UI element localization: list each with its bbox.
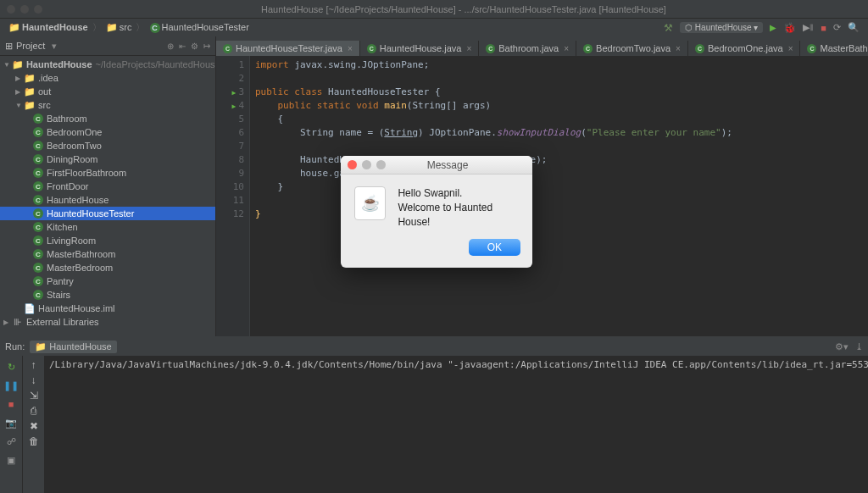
tree-class[interactable]: CHauntedHouse xyxy=(0,193,215,207)
tree-class[interactable]: CDiningRoom xyxy=(0,152,215,166)
project-sidebar: ⊞ Project ▾ ⊕ ⇤ ⚙ ↦ ▼📁HauntedHouse~/Idea… xyxy=(0,36,216,336)
run-label: Run: xyxy=(5,341,25,352)
tree-folder[interactable]: ▶📁.idea xyxy=(0,71,215,85)
code-editor[interactable]: 12 ▶3 ▶4 56789101112 import javax.swing.… xyxy=(216,56,868,336)
tree-class[interactable]: CHauntedHouseTester xyxy=(0,207,215,220)
tree-external[interactable]: ▶⊪External Libraries xyxy=(0,315,215,329)
update-icon[interactable]: ⟳ xyxy=(833,22,841,33)
tree-class[interactable]: CBedroomOne xyxy=(0,125,215,139)
clear-icon[interactable]: ✖ xyxy=(30,420,38,432)
run-config-selector[interactable]: ⬡ HauntedHouse ▾ xyxy=(680,22,763,33)
rerun-icon[interactable]: ↻ xyxy=(3,359,19,374)
zoom-icon[interactable] xyxy=(34,5,42,14)
sidebar-title: Project xyxy=(16,41,45,51)
navigation-bar: 📁HauntedHouse 〉 📁src 〉 CHauntedHouseTest… xyxy=(0,18,868,36)
editor-tabs: CHauntedHouseTester.java× CHauntedHouse.… xyxy=(216,36,868,56)
ok-button[interactable]: OK xyxy=(469,239,520,256)
stop-icon[interactable]: ■ xyxy=(821,23,826,33)
gear-icon[interactable]: ⚙ xyxy=(191,42,198,51)
stop-icon[interactable]: ■ xyxy=(3,396,19,412)
close-icon[interactable]: × xyxy=(676,44,681,53)
hide-icon[interactable]: ⤓ xyxy=(855,341,863,352)
window-controls xyxy=(7,5,42,14)
console-toolbar-mid: ↑ ↓ ⇲ ⎙ ✖ 🗑 xyxy=(22,356,44,493)
search-icon[interactable]: 🔍 xyxy=(848,22,860,33)
dialog-title: Message xyxy=(363,159,532,171)
tree-class[interactable]: CLivingRoom xyxy=(0,234,215,247)
wrap-icon[interactable]: ⇲ xyxy=(30,390,38,402)
gear-icon[interactable]: ⚙▾ xyxy=(835,341,849,352)
debug-icon[interactable]: 🐞 xyxy=(783,22,796,34)
target-icon[interactable]: ⊕ xyxy=(167,42,174,51)
run-tool-window: Run: 📁 HauntedHouse ⚙▾ ⤓ ↻ ❚❚ ■ 📷 ☍ ▣ ↑ … xyxy=(0,336,868,493)
window-title: HauntedHouse [~/IdeaProjects/HauntedHous… xyxy=(59,4,868,14)
tree-class[interactable]: CFirstFloorBathroom xyxy=(0,166,215,180)
tree-class[interactable]: CFrontDoor xyxy=(0,180,215,193)
tab-bathroom[interactable]: CBathroom.java× xyxy=(479,41,576,56)
tree-class[interactable]: CPantry xyxy=(0,274,215,288)
project-icon: ⊞ xyxy=(5,41,13,52)
tree-root[interactable]: ▼📁HauntedHouse~/IdeaProjects/HauntedHous… xyxy=(0,58,215,71)
console-toolbar-left: ↻ ❚❚ ■ 📷 ☍ ▣ xyxy=(0,356,22,493)
dialog-message: Hello Swapnil. Welcome to Haunted House! xyxy=(398,186,519,229)
close-icon[interactable]: × xyxy=(788,44,793,53)
tree-class[interactable]: CMasterBedroom xyxy=(0,261,215,274)
trash-icon[interactable]: 🗑 xyxy=(29,435,39,447)
coverage-icon[interactable]: ▶⦀ xyxy=(803,22,814,33)
window-titlebar: HauntedHouse [~/IdeaProjects/HauntedHous… xyxy=(0,0,868,18)
message-dialog: Message ☕ Hello Swapnil. Welcome to Haun… xyxy=(341,156,532,268)
dialog-titlebar: Message xyxy=(341,156,532,174)
line-gutter: 12 ▶3 ▶4 56789101112 xyxy=(216,56,250,336)
tree-class[interactable]: CBathroom xyxy=(0,112,215,125)
dump-icon[interactable]: 📷 xyxy=(3,415,19,430)
up-icon[interactable]: ↑ xyxy=(31,359,36,371)
hide-icon[interactable]: ↦ xyxy=(203,42,210,51)
java-icon: ☕ xyxy=(354,186,386,220)
pause-icon[interactable]: ❚❚ xyxy=(3,378,19,393)
tree-class[interactable]: CMasterBathroom xyxy=(0,247,215,261)
run-tab[interactable]: 📁 HauntedHouse xyxy=(30,341,116,353)
sidebar-header: ⊞ Project ▾ ⊕ ⇤ ⚙ ↦ xyxy=(0,36,215,56)
tree-folder[interactable]: ▶📁out xyxy=(0,85,215,98)
project-tree: ▼📁HauntedHouse~/IdeaProjects/HauntedHous… xyxy=(0,56,215,330)
collapse-icon[interactable]: ⇤ xyxy=(179,42,186,51)
tab-masterbath[interactable]: CMasterBathroom.java× xyxy=(800,41,868,56)
print-icon[interactable]: ⎙ xyxy=(31,405,36,417)
close-icon[interactable] xyxy=(7,5,15,14)
run-icon[interactable]: ▶ xyxy=(770,23,776,32)
tree-class[interactable]: CStairs xyxy=(0,288,215,302)
tab-house[interactable]: CHauntedHouse.java× xyxy=(360,41,479,56)
link-icon[interactable]: ☍ xyxy=(3,434,19,449)
close-icon[interactable]: × xyxy=(564,44,569,53)
close-icon[interactable] xyxy=(348,160,357,169)
close-icon[interactable]: × xyxy=(466,44,471,53)
run-panel-header: Run: 📁 HauntedHouse ⚙▾ ⤓ xyxy=(0,337,868,356)
tree-folder[interactable]: ▼📁src xyxy=(0,98,215,112)
tree-file[interactable]: 📄HauntedHouse.iml xyxy=(0,302,215,315)
minimize-icon[interactable] xyxy=(20,5,29,14)
down-icon[interactable]: ↓ xyxy=(31,374,36,386)
tab-tester[interactable]: CHauntedHouseTester.java× xyxy=(216,41,360,56)
console-output[interactable]: /Library/Java/JavaVirtualMachines/jdk-9.… xyxy=(44,356,868,493)
breadcrumb[interactable]: 📁HauntedHouse 〉 📁src 〉 CHauntedHouseTest… xyxy=(8,21,249,34)
tree-class[interactable]: CBedroomTwo xyxy=(0,139,215,152)
tree-class[interactable]: CKitchen xyxy=(0,220,215,234)
build-icon[interactable]: ⚒ xyxy=(664,22,673,34)
layout-icon[interactable]: ▣ xyxy=(3,452,19,468)
close-icon[interactable]: × xyxy=(348,44,353,53)
tab-bedroom1[interactable]: CBedroomOne.java× xyxy=(688,41,801,56)
tab-bedroom2[interactable]: CBedroomTwo.java× xyxy=(576,41,688,56)
